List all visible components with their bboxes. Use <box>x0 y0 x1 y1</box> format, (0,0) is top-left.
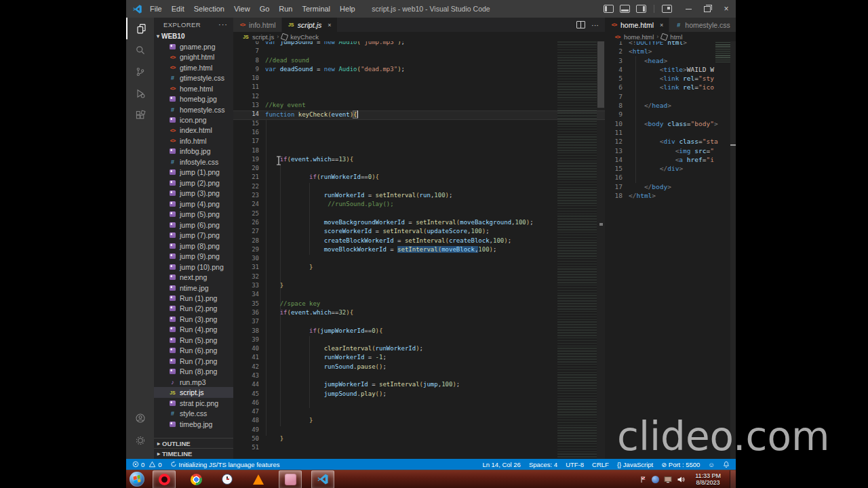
more-actions-icon[interactable]: ··· <box>591 21 599 29</box>
status-item[interactable]: CRLF <box>592 461 609 468</box>
feedback-smiley-icon[interactable]: ☺ <box>708 461 715 468</box>
file-item[interactable]: <>gnight.html <box>154 52 233 62</box>
file-item[interactable]: ntime.jpg <box>154 283 233 293</box>
taskbar-media-app-icon[interactable] <box>279 470 302 488</box>
taskbar-opera-icon[interactable] <box>153 470 176 488</box>
breadcrumb[interactable]: JS script.js › keyCheck <box>233 32 605 41</box>
settings-gear-icon[interactable] <box>126 430 154 451</box>
file-item[interactable]: strat pic.png <box>154 398 233 408</box>
file-item[interactable]: icon.png <box>154 115 233 125</box>
file-item[interactable]: Run (1).png <box>154 293 233 303</box>
toggle-secondary-sidebar-icon[interactable] <box>636 5 646 13</box>
language-status[interactable]: Initializing JS/TS language features <box>170 461 280 468</box>
account-icon[interactable] <box>126 407 154 429</box>
file-item[interactable]: #gtimestyle.css <box>154 73 233 83</box>
file-item[interactable]: timebg.jpg <box>154 419 233 429</box>
file-item[interactable]: jump (2).png <box>154 178 233 188</box>
file-item[interactable]: #style.css <box>154 408 233 418</box>
project-folder[interactable]: ▾ WEB10 <box>154 31 233 41</box>
show-desktop-button[interactable] <box>730 470 736 488</box>
source-control-icon[interactable] <box>126 61 154 83</box>
close-tab-icon[interactable]: × <box>328 22 331 28</box>
file-item[interactable]: jump (9).png <box>154 251 233 261</box>
file-item[interactable]: <>home.html <box>154 83 233 94</box>
tray-flag-icon[interactable] <box>640 476 647 483</box>
file-item[interactable]: jump (3).png <box>154 188 233 199</box>
tray-display-icon[interactable] <box>664 476 672 483</box>
menu-help[interactable]: Help <box>335 0 360 18</box>
status-item[interactable]: UTF-8 <box>566 461 584 468</box>
tab-info.html[interactable]: <>info.html <box>233 18 282 32</box>
file-item[interactable]: infobg.jpg <box>154 146 233 157</box>
toggle-sidebar-icon[interactable] <box>604 5 614 13</box>
code-editor-scriptjs[interactable]: 6var jumpSound = new Audio("jump.mp3");7… <box>233 41 605 459</box>
menu-go[interactable]: Go <box>255 0 275 18</box>
search-icon[interactable] <box>126 39 154 61</box>
code-editor-homehtml[interactable]: 1<!DOCTYPE html>2<html>3 <head>4 <title>… <box>605 41 736 459</box>
file-item[interactable]: homebg.jpg <box>154 94 233 104</box>
scrollbar-slider[interactable] <box>597 41 604 108</box>
explorer-icon[interactable] <box>126 18 155 39</box>
customize-layout-icon[interactable] <box>662 5 672 13</box>
breadcrumb[interactable]: <> home.html › html <box>605 32 736 41</box>
problems-status[interactable]: 0 0 <box>132 461 162 468</box>
tray-volume-icon[interactable] <box>677 476 685 483</box>
file-item[interactable]: jump (10).png <box>154 262 233 272</box>
file-item[interactable]: jump (1).png <box>154 167 233 178</box>
file-item[interactable]: Run (7).png <box>154 356 233 366</box>
tab-script.js[interactable]: JSscript.js× <box>282 18 338 32</box>
file-item[interactable]: jump (8).png <box>154 241 233 251</box>
file-item[interactable]: Run (8).png <box>154 367 233 377</box>
file-item[interactable]: ♪run.mp3 <box>154 377 233 387</box>
vertical-scrollbar[interactable] <box>597 41 605 459</box>
outline-panel[interactable]: ▸ OUTLINE <box>154 438 233 449</box>
file-item[interactable]: <>index.html <box>154 125 233 136</box>
close-tab-icon[interactable]: × <box>660 22 663 28</box>
status-item[interactable]: ⊘ Port : 5500 <box>661 461 700 468</box>
timeline-panel[interactable]: ▸ TIMELINE <box>154 448 233 459</box>
file-item[interactable]: #infostyle.css <box>154 157 233 167</box>
file-item[interactable]: <>gtime.html <box>154 62 233 73</box>
file-item[interactable]: Run (6).png <box>154 346 233 356</box>
file-item[interactable]: jump (7).png <box>154 230 233 240</box>
taskbar-clock-app-icon[interactable] <box>216 471 238 488</box>
extensions-icon[interactable] <box>126 104 154 126</box>
status-item[interactable]: Ln 14, Col 26 <box>482 461 521 468</box>
file-item[interactable]: jump (4).png <box>154 199 233 209</box>
taskbar-vlc-icon[interactable] <box>248 471 269 488</box>
notifications-bell-icon[interactable] <box>723 461 730 468</box>
file-item[interactable]: gname.png <box>154 41 233 52</box>
file-item[interactable]: Run (5).png <box>154 335 233 345</box>
vertical-scrollbar[interactable] <box>730 41 736 459</box>
taskbar-clock[interactable]: 11:33 PM 8/8/2023 <box>695 472 721 487</box>
file-item[interactable]: #homestyle.css <box>154 104 233 115</box>
explorer-actions-icon[interactable]: ··· <box>218 20 228 28</box>
status-item[interactable]: {} JavaScript <box>617 461 653 468</box>
minimize-button[interactable] <box>679 0 698 18</box>
file-item[interactable]: jump (6).png <box>154 220 233 230</box>
run-debug-icon[interactable] <box>126 83 154 104</box>
taskbar-vscode-icon[interactable] <box>311 470 334 488</box>
taskbar-chrome-icon[interactable] <box>185 471 207 488</box>
menu-file[interactable]: File <box>145 0 167 18</box>
menu-view[interactable]: View <box>229 0 255 18</box>
tray-app-icon[interactable] <box>652 476 659 483</box>
file-item[interactable]: Run (3).png <box>154 314 233 324</box>
minimap[interactable] <box>557 41 597 459</box>
status-item[interactable]: Spaces: 4 <box>529 461 557 468</box>
minimap[interactable] <box>715 42 730 62</box>
tab-homestyle.css[interactable]: #homestyle.css <box>669 18 736 32</box>
tab-home.html[interactable]: <>home.html× <box>605 18 669 32</box>
close-button[interactable]: × <box>717 0 736 18</box>
menu-terminal[interactable]: Terminal <box>298 0 336 18</box>
file-item[interactable]: Run (2).png <box>154 304 233 314</box>
start-button[interactable] <box>130 472 144 487</box>
menu-selection[interactable]: Selection <box>189 0 229 18</box>
restore-button[interactable] <box>698 0 717 18</box>
file-item[interactable]: JSscript.js <box>154 387 233 397</box>
menu-run[interactable]: Run <box>274 0 297 18</box>
file-item[interactable]: <>info.html <box>154 136 233 146</box>
file-item[interactable]: jump (5).png <box>154 209 233 220</box>
file-item[interactable]: next.png <box>154 272 233 282</box>
menu-edit[interactable]: Edit <box>167 0 189 18</box>
